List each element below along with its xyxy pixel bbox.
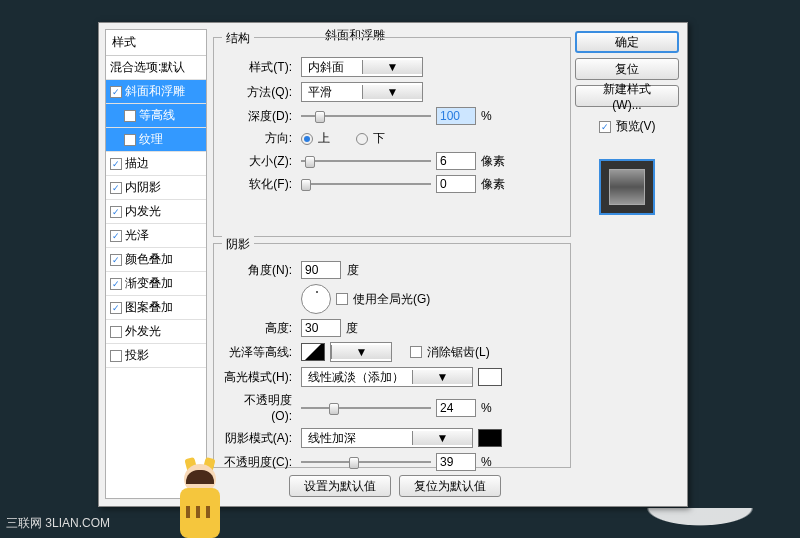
highlight-opacity-input[interactable]	[436, 399, 476, 417]
depth-input[interactable]	[436, 107, 476, 125]
sidebar-gradient-overlay[interactable]: ✓渐变叠加	[106, 272, 206, 296]
sidebar-inner-shadow[interactable]: ✓内阴影	[106, 176, 206, 200]
checkbox-icon[interactable]	[124, 134, 136, 146]
checkbox-icon[interactable]: ✓	[110, 86, 122, 98]
sidebar-satin[interactable]: ✓光泽	[106, 224, 206, 248]
checkbox-icon[interactable]	[110, 350, 122, 362]
preview-label: 预览(V)	[616, 118, 656, 135]
antialias-label: 消除锯齿(L)	[427, 344, 490, 361]
set-default-button[interactable]: 设置为默认值	[289, 475, 391, 497]
sidebar-bevel-emboss[interactable]: ✓斜面和浮雕	[106, 80, 206, 104]
checkbox-icon[interactable]: ✓	[110, 254, 122, 266]
direction-label: 方向:	[224, 130, 296, 147]
chevron-down-icon: ▼	[362, 85, 422, 99]
depth-label: 深度(D):	[224, 108, 296, 125]
checkbox-icon[interactable]: ✓	[110, 302, 122, 314]
checkbox-icon[interactable]: ✓	[110, 158, 122, 170]
reset-default-button[interactable]: 复位为默认值	[399, 475, 501, 497]
checkbox-icon[interactable]	[124, 110, 136, 122]
altitude-input[interactable]	[301, 319, 341, 337]
gloss-contour-label: 光泽等高线:	[224, 344, 296, 361]
gloss-contour-picker[interactable]	[301, 343, 325, 361]
highlight-color-swatch[interactable]	[478, 368, 502, 386]
angle-input[interactable]	[301, 261, 341, 279]
altitude-label: 高度:	[224, 320, 296, 337]
size-label: 大小(Z):	[224, 153, 296, 170]
sidebar-blend-options[interactable]: 混合选项:默认	[106, 56, 206, 80]
shading-group: 阴影 角度(N): 度 使用全局光(G) 高度: 度	[213, 243, 571, 468]
technique-dropdown[interactable]: 平滑▼	[301, 82, 423, 102]
direction-up-radio[interactable]	[301, 133, 313, 145]
soften-slider[interactable]	[301, 177, 431, 191]
sidebar-texture[interactable]: 纹理	[106, 128, 206, 152]
global-light-checkbox[interactable]	[336, 293, 348, 305]
direction-down-radio[interactable]	[356, 133, 368, 145]
size-slider[interactable]	[301, 154, 431, 168]
antialias-checkbox[interactable]	[410, 346, 422, 358]
technique-label: 方法(Q):	[224, 84, 296, 101]
shadow-opacity-label: 不透明度(C):	[224, 454, 296, 471]
checkbox-icon[interactable]	[110, 326, 122, 338]
checkbox-icon[interactable]: ✓	[110, 278, 122, 290]
cancel-button[interactable]: 复位	[575, 58, 679, 80]
sidebar-stroke[interactable]: ✓描边	[106, 152, 206, 176]
angle-label: 角度(N):	[224, 262, 296, 279]
sidebar-color-overlay[interactable]: ✓颜色叠加	[106, 248, 206, 272]
shadow-mode-dropdown[interactable]: 线性加深▼	[301, 428, 473, 448]
sidebar-pattern-overlay[interactable]: ✓图案叠加	[106, 296, 206, 320]
shading-label: 阴影	[222, 236, 254, 253]
chevron-down-icon: ▼	[412, 370, 472, 384]
global-light-label: 使用全局光(G)	[353, 291, 430, 308]
soften-label: 软化(F):	[224, 176, 296, 193]
shadow-color-swatch[interactable]	[478, 429, 502, 447]
chevron-down-icon: ▼	[362, 60, 422, 74]
styles-header: 样式	[106, 30, 206, 56]
highlight-opacity-slider[interactable]	[301, 401, 431, 415]
checkbox-icon[interactable]: ✓	[110, 206, 122, 218]
style-dropdown[interactable]: 内斜面▼	[301, 57, 423, 77]
chevron-down-icon: ▼	[331, 345, 391, 359]
px-label: 像素	[481, 153, 505, 170]
sidebar-drop-shadow[interactable]: 投影	[106, 344, 206, 368]
new-style-button[interactable]: 新建样式(W)...	[575, 85, 679, 107]
checkbox-icon[interactable]: ✓	[110, 182, 122, 194]
gloss-contour-dropdown[interactable]: ▼	[330, 342, 392, 362]
highlight-mode-dropdown[interactable]: 线性减淡（添加）▼	[301, 367, 473, 387]
watermark: 三联网 3LIAN.COM	[6, 515, 110, 532]
soften-input[interactable]	[436, 175, 476, 193]
preview-thumbnail	[599, 159, 655, 215]
mascot-icon	[172, 458, 228, 538]
checkbox-icon[interactable]: ✓	[110, 230, 122, 242]
style-label: 样式(T):	[224, 59, 296, 76]
angle-dial[interactable]	[301, 284, 331, 314]
layer-style-dialog: 样式 混合选项:默认 ✓斜面和浮雕 等高线 纹理 ✓描边 ✓内阴影 ✓内发光 ✓…	[98, 22, 688, 507]
size-input[interactable]	[436, 152, 476, 170]
dialog-actions: 确定 复位 新建样式(W)... ✓ 预览(V)	[575, 31, 679, 215]
shadow-opacity-slider[interactable]	[301, 455, 431, 469]
depth-slider[interactable]	[301, 109, 431, 123]
highlight-mode-label: 高光模式(H):	[224, 369, 296, 386]
shadow-mode-label: 阴影模式(A):	[224, 430, 296, 447]
sidebar-outer-glow[interactable]: 外发光	[106, 320, 206, 344]
structure-label: 结构	[222, 30, 254, 47]
sidebar-inner-glow[interactable]: ✓内发光	[106, 200, 206, 224]
percent-label: %	[481, 109, 492, 123]
styles-sidebar: 样式 混合选项:默认 ✓斜面和浮雕 等高线 纹理 ✓描边 ✓内阴影 ✓内发光 ✓…	[105, 29, 207, 499]
highlight-opacity-label: 不透明度(O):	[224, 392, 296, 423]
chevron-down-icon: ▼	[412, 431, 472, 445]
structure-group: 结构 样式(T): 内斜面▼ 方法(Q): 平滑▼ 深度(D): % 方向: 上…	[213, 37, 571, 237]
sidebar-contour[interactable]: 等高线	[106, 104, 206, 128]
preview-checkbox[interactable]: ✓	[599, 121, 611, 133]
ok-button[interactable]: 确定	[575, 31, 679, 53]
px-label: 像素	[481, 176, 505, 193]
shadow-opacity-input[interactable]	[436, 453, 476, 471]
